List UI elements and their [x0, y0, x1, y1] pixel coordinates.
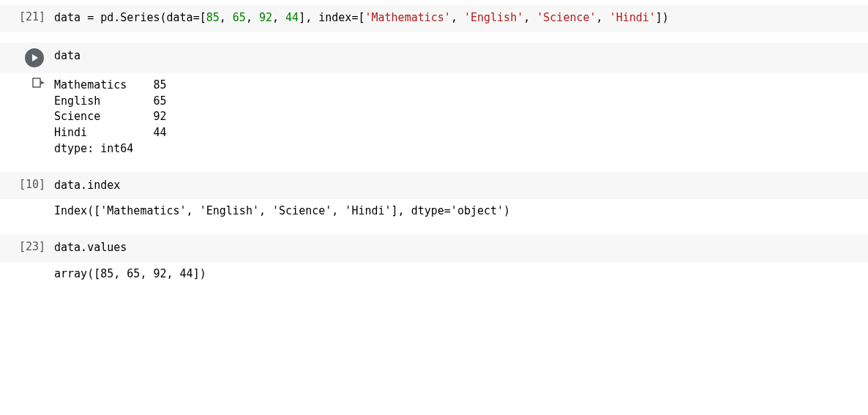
code-input-row[interactable]: data [0, 42, 868, 73]
code-input-row[interactable]: [23] data.values [0, 234, 868, 262]
svg-marker-0 [32, 54, 38, 61]
exec-label: [21] [19, 10, 45, 23]
cell-output: Mathematics 85 English 65 Science 92 Hin… [51, 73, 868, 162]
output-gutter [0, 73, 51, 94]
output-arrow-icon [32, 78, 45, 88]
code-input-row[interactable]: [10] data.index [0, 172, 868, 200]
run-cell-button[interactable] [25, 48, 44, 67]
output-gutter [0, 262, 51, 272]
cell-output: Index(['Mathematics', 'English', 'Scienc… [51, 199, 868, 224]
output-row: Mathematics 85 English 65 Science 92 Hin… [0, 73, 868, 162]
notebook: [21] data = pd.Series(data=[85, 65, 92, … [0, 0, 868, 287]
output-row: array([85, 65, 92, 44]) [0, 262, 868, 287]
code-editor[interactable]: data.values [51, 234, 868, 262]
notebook-cell: [23] data.values array([85, 65, 92, 44]) [0, 234, 868, 287]
code-input-row[interactable]: [21] data = pd.Series(data=[85, 65, 92, … [0, 4, 868, 32]
run-cell-gutter [0, 42, 51, 73]
execution-count: [21] [0, 4, 51, 29]
execution-count: [23] [0, 234, 51, 259]
svg-marker-2 [40, 81, 45, 85]
code-editor[interactable]: data.index [51, 172, 868, 200]
play-icon [30, 53, 39, 62]
output-row: Index(['Mathematics', 'English', 'Scienc… [0, 199, 868, 224]
output-gutter [0, 199, 51, 209]
svg-rect-1 [33, 78, 40, 87]
cell-output: array([85, 65, 92, 44]) [51, 262, 868, 287]
exec-label: [23] [19, 240, 45, 253]
exec-label: [10] [19, 178, 45, 191]
notebook-cell: [21] data = pd.Series(data=[85, 65, 92, … [0, 4, 868, 32]
notebook-cell: data Mathematics 85 English 65 Science 9… [0, 42, 868, 162]
notebook-cell: [10] data.index Index(['Mathematics', 'E… [0, 172, 868, 225]
execution-count: [10] [0, 172, 51, 197]
code-editor[interactable]: data = pd.Series(data=[85, 65, 92, 44], … [51, 4, 868, 32]
code-editor[interactable]: data [51, 42, 868, 70]
